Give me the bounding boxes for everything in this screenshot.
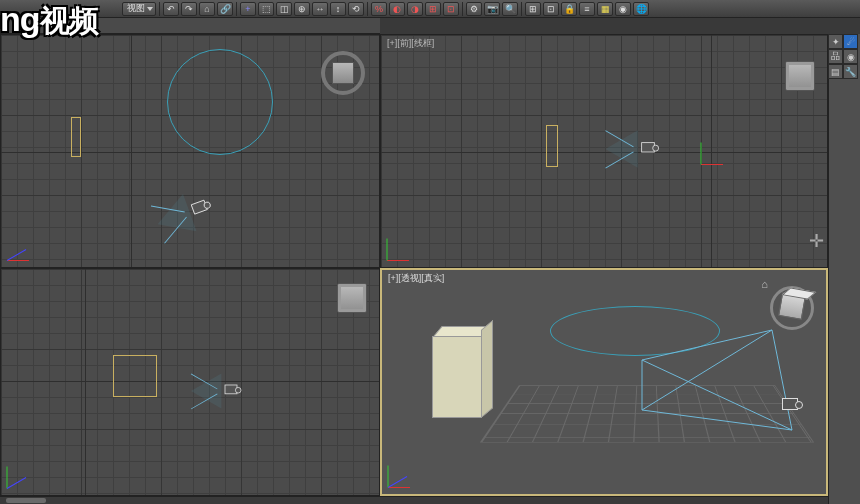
material-button[interactable]: ▦ bbox=[597, 2, 613, 16]
separator bbox=[462, 2, 463, 16]
hierarchy-tab[interactable]: 品 bbox=[828, 49, 843, 64]
camera-body-icon[interactable] bbox=[782, 398, 798, 410]
box-object-front[interactable] bbox=[546, 125, 558, 167]
viewcube[interactable] bbox=[785, 61, 815, 91]
watermark-en: ng bbox=[0, 0, 40, 38]
grid-b-button[interactable]: ⊡ bbox=[443, 2, 459, 16]
axis-x bbox=[1, 381, 379, 382]
region-button[interactable]: ⬚ bbox=[258, 2, 274, 16]
web-button[interactable]: 🌐 bbox=[633, 2, 649, 16]
axis-x bbox=[1, 152, 379, 153]
box-object[interactable] bbox=[432, 326, 492, 418]
redo-button[interactable]: ↷ bbox=[181, 2, 197, 16]
create-tab[interactable]: ✦ bbox=[828, 34, 843, 49]
separator bbox=[236, 2, 237, 16]
viewport-grid-major bbox=[1, 269, 379, 495]
utilities-tab[interactable]: 🔧 bbox=[843, 64, 858, 79]
snap-a-button[interactable]: ◐ bbox=[389, 2, 405, 16]
box-object-top[interactable] bbox=[71, 117, 81, 157]
render-button[interactable]: ◉ bbox=[615, 2, 631, 16]
camera-button[interactable]: 📷 bbox=[484, 2, 500, 16]
timeline-scrollbar[interactable] bbox=[0, 496, 828, 504]
command-panel-tabs: ✦☄品◉▤🔧 bbox=[828, 34, 860, 70]
grid-a-button[interactable]: ⊞ bbox=[425, 2, 441, 16]
axis-y bbox=[131, 35, 132, 267]
separator bbox=[159, 2, 160, 16]
link-button[interactable]: 🔗 bbox=[217, 2, 233, 16]
scrollbar-thumb[interactable] bbox=[6, 498, 46, 503]
home-button[interactable]: ⌂ bbox=[199, 2, 215, 16]
list-button[interactable]: ≡ bbox=[579, 2, 595, 16]
view-dropdown[interactable]: 视图 bbox=[122, 2, 156, 16]
box-object-left[interactable] bbox=[113, 355, 157, 397]
move-y-button[interactable]: ↕ bbox=[330, 2, 346, 16]
command-panel bbox=[828, 34, 860, 504]
layout-a-button[interactable]: ⊞ bbox=[525, 2, 541, 16]
viewcube[interactable] bbox=[337, 283, 367, 313]
modify-tab[interactable]: ☄ bbox=[843, 34, 858, 49]
motion-tab[interactable]: ◉ bbox=[843, 49, 858, 64]
viewport-top[interactable] bbox=[0, 34, 380, 268]
display-tab[interactable]: ▤ bbox=[828, 64, 843, 79]
viewcube-3d[interactable] bbox=[770, 286, 814, 330]
viewport-quad: [+][前][线框] [+][透视][真实] ⌂ bbox=[0, 34, 828, 496]
viewcube[interactable] bbox=[321, 51, 365, 95]
zoom-button[interactable]: 🔍 bbox=[502, 2, 518, 16]
viewport-grid-major bbox=[381, 35, 827, 267]
home-icon[interactable]: ⌂ bbox=[761, 278, 768, 290]
helper-circle[interactable] bbox=[167, 49, 273, 155]
settings-button[interactable]: ⚙ bbox=[466, 2, 482, 16]
ground-grid bbox=[480, 385, 814, 442]
separator bbox=[521, 2, 522, 16]
lock-button[interactable]: 🔒 bbox=[561, 2, 577, 16]
axis-y bbox=[711, 35, 712, 267]
axis-x bbox=[381, 152, 827, 153]
move-x-button[interactable]: ↔ bbox=[312, 2, 328, 16]
window-button[interactable]: ◫ bbox=[276, 2, 292, 16]
viewport-perspective[interactable]: [+][透视][真实] ⌂ bbox=[380, 268, 828, 496]
snap-b-button[interactable]: ◑ bbox=[407, 2, 423, 16]
watermark-logo: ng视频 bbox=[0, 0, 98, 42]
helper-circle[interactable] bbox=[550, 306, 720, 356]
rotate-button[interactable]: ⟲ bbox=[348, 2, 364, 16]
viewport-left[interactable] bbox=[0, 268, 380, 496]
axis-gizmo bbox=[388, 458, 418, 488]
viewport-label: [+][透视][真实] bbox=[388, 272, 444, 285]
layout-b-button[interactable]: ⊡ bbox=[543, 2, 559, 16]
axis-y bbox=[85, 269, 86, 495]
select-button[interactable]: + bbox=[240, 2, 256, 16]
undo-button[interactable]: ↶ bbox=[163, 2, 179, 16]
watermark-cn: 视频 bbox=[40, 4, 98, 37]
separator bbox=[367, 2, 368, 16]
percent-button[interactable]: % bbox=[371, 2, 387, 16]
main-toolbar: 视图 ↶ ↷ ⌂ 🔗 + ⬚ ◫ ⊕ ↔ ↕ ⟲ % ◐ ◑ ⊞ ⊡ ⚙ 📷 🔍… bbox=[0, 0, 860, 18]
move-button[interactable]: ⊕ bbox=[294, 2, 310, 16]
viewport-front[interactable]: [+][前][线框] bbox=[380, 34, 828, 268]
